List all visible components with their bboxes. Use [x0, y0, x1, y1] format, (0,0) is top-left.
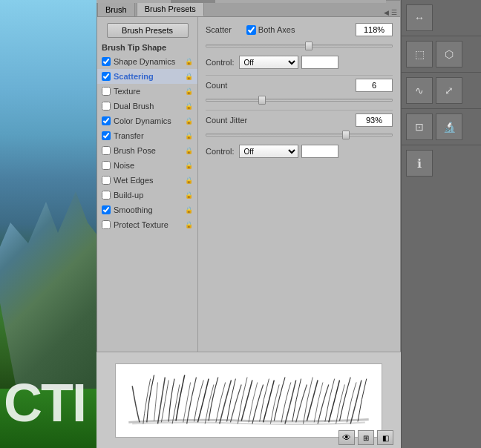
lock-icon-color-dynamics: 🔒	[184, 116, 193, 125]
count-label: Count	[206, 81, 356, 90]
both-axes-checkbox-container: Both Axes	[246, 25, 295, 35]
control-row-2: Control: Off Fade Pen Pressure	[206, 145, 393, 158]
tab-brush-presets[interactable]: Brush Presets	[137, 1, 204, 16]
preview-panel-button[interactable]: ◧	[377, 430, 393, 445]
sidebar-item-wet-edges[interactable]: Wet Edges 🔒	[97, 173, 197, 188]
lock-icon-transfer: 🔒	[184, 131, 193, 140]
control-label-2: Control:	[206, 147, 235, 156]
brush-stroke-svg	[116, 364, 382, 437]
checkbox-noise[interactable]	[102, 161, 111, 170]
preview-canvas	[115, 363, 382, 438]
sidebar-item-buildup[interactable]: Build-up 🔒	[97, 188, 197, 202]
mountain	[0, 181, 96, 389]
count-jitter-slider-container[interactable]	[206, 130, 393, 140]
sidebar-item-scattering[interactable]: Scattering 🔒	[97, 69, 197, 84]
brush-presets-button[interactable]: Brush Presets	[107, 23, 189, 38]
count-slider-container[interactable]	[206, 95, 393, 105]
checkbox-wet-edges[interactable]	[102, 176, 111, 185]
background-scene: CTI	[0, 0, 96, 448]
select2-icon: ⬡	[445, 48, 454, 60]
tab-bar: Brush Brush Presets ◀ ☰	[97, 1, 400, 17]
brush-preview-area: 👁 ⊞ ◧	[96, 352, 401, 448]
toolbar-btn-lasso1[interactable]: ∿	[406, 77, 433, 104]
sidebar-item-texture[interactable]: Texture 🔒	[97, 84, 197, 99]
panel-icon: ◧	[382, 434, 389, 442]
count-slider-track	[206, 99, 393, 102]
count-slider-thumb[interactable]	[258, 96, 266, 105]
scatter-row: Scatter Both Axes	[206, 23, 393, 36]
sidebar-item-brush-pose[interactable]: Brush Pose 🔒	[97, 143, 197, 158]
lock-icon-scattering: 🔒	[184, 72, 193, 81]
lock-icon-brush-pose: 🔒	[184, 146, 193, 155]
scatter-label: Scatter	[206, 25, 232, 34]
control-extra-1	[301, 56, 338, 69]
count-jitter-input[interactable]	[356, 113, 393, 127]
select1-icon: ⬚	[415, 48, 425, 60]
control-row-1: Control: Off Fade Pen Pressure	[206, 56, 393, 69]
toolbar-btn-lasso2[interactable]: ⤢	[436, 77, 462, 104]
lock-icon-buildup: 🔒	[184, 191, 193, 200]
control-select-2[interactable]: Off Fade Pen Pressure	[239, 145, 298, 158]
count-jitter-slider-thumb[interactable]	[342, 131, 350, 139]
scroll-thumb[interactable]	[171, 0, 215, 3]
lock-icon-wet-edges: 🔒	[184, 176, 193, 185]
toolbar-btn-select1[interactable]: ⬚	[406, 41, 433, 67]
toolbar-btn-select2[interactable]: ⬡	[436, 41, 462, 67]
scatter-slider-container[interactable]	[206, 41, 393, 51]
eyedrop-icon: 🔬	[443, 121, 456, 133]
move-icon: ↔	[414, 12, 425, 24]
checkbox-scattering[interactable]	[102, 72, 111, 81]
scatter-slider-thumb[interactable]	[305, 42, 313, 50]
preview-grid-button[interactable]: ⊞	[358, 430, 374, 445]
checkbox-protect-texture[interactable]	[102, 220, 111, 229]
scatter-value-input[interactable]	[356, 23, 393, 36]
count-jitter-label: Count Jitter	[206, 116, 356, 125]
both-axes-checkbox[interactable]	[246, 25, 256, 35]
checkbox-shape-dynamics[interactable]	[102, 57, 111, 66]
both-axes-label: Both Axes	[258, 25, 295, 34]
checkbox-color-dynamics[interactable]	[102, 116, 111, 125]
checkbox-transfer[interactable]	[102, 131, 111, 140]
lock-icon-smoothing: 🔒	[184, 205, 193, 214]
toolbar-btn-crop[interactable]: ⊡	[406, 113, 433, 140]
count-jitter-row: Count Jitter	[206, 113, 393, 127]
sidebar-item-shape-dynamics[interactable]: Shape Dynamics 🔒	[97, 54, 197, 69]
lock-icon-protect-texture: 🔒	[184, 220, 193, 229]
sidebar-item-noise[interactable]: Noise 🔒	[97, 158, 197, 173]
panel-close[interactable]: ☰	[391, 9, 397, 16]
crop-icon: ⊡	[415, 121, 424, 133]
sidebar-item-color-dynamics[interactable]: Color Dynamics 🔒	[97, 113, 197, 128]
checkbox-smoothing[interactable]	[102, 205, 111, 214]
preview-eye-button[interactable]: 👁	[338, 430, 355, 445]
sidebar-item-transfer[interactable]: Transfer 🔒	[97, 128, 197, 143]
control-select-1[interactable]: Off Fade Pen Pressure	[239, 56, 298, 69]
lasso2-icon: ⤢	[445, 85, 454, 96]
panel-menu-arrow[interactable]: ◀	[384, 9, 389, 16]
count-jitter-slider-track	[206, 134, 393, 136]
toolbar-btn-eyedrop[interactable]: 🔬	[436, 113, 462, 140]
sidebar-item-dual-brush[interactable]: Dual Brush 🔒	[97, 99, 197, 113]
scroll-bar[interactable]	[96, 0, 386, 3]
lock-icon-shape-dynamics: 🔒	[184, 57, 193, 66]
preview-toolbar: 👁 ⊞ ◧	[338, 430, 393, 445]
tab-brush[interactable]: Brush	[97, 1, 135, 16]
lock-icon-noise: 🔒	[184, 161, 193, 170]
checkbox-brush-pose[interactable]	[102, 146, 111, 155]
checkbox-buildup[interactable]	[102, 191, 111, 200]
checkbox-dual-brush[interactable]	[102, 102, 111, 111]
scatter-slider-track	[206, 45, 393, 47]
background-text: CTI	[4, 372, 85, 433]
toolbar-btn-move[interactable]: ↔	[406, 4, 433, 31]
section-header: Brush Tip Shape	[97, 41, 197, 54]
grid-icon: ⊞	[363, 434, 369, 442]
lock-icon-dual-brush: 🔒	[184, 102, 193, 111]
lasso1-icon: ∿	[415, 85, 424, 96]
checkbox-texture[interactable]	[102, 87, 111, 96]
sidebar-item-protect-texture[interactable]: Protect Texture 🔒	[97, 217, 197, 232]
sidebar-item-smoothing[interactable]: Smoothing 🔒	[97, 202, 197, 217]
count-input[interactable]	[356, 79, 393, 92]
control-extra-2	[301, 145, 338, 158]
lock-icon-texture: 🔒	[184, 87, 193, 96]
right-toolbar: ↔ ⬚ ⬡ ∿ ⤢ ⊡ 🔬 ℹ	[401, 0, 481, 448]
toolbar-btn-info[interactable]: ℹ	[406, 150, 433, 177]
